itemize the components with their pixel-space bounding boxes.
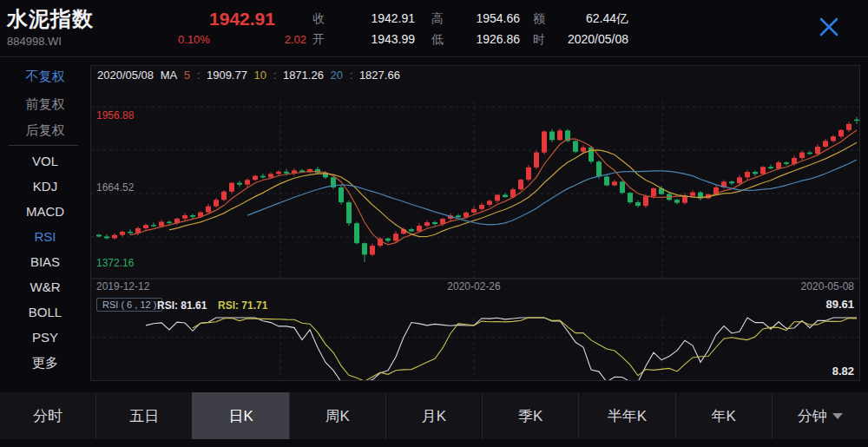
- tab-label: 周K: [326, 406, 350, 426]
- stats-high-low: 高1954.66 低1926.86: [431, 8, 520, 49]
- x-axis-date-center: 2020-02-26: [413, 280, 535, 293]
- change-percent: 0.10%: [178, 33, 210, 46]
- sidebar-item-bias[interactable]: BIAS: [0, 251, 90, 273]
- ma5-value: 1909.77: [207, 69, 247, 82]
- tab-label: 分时: [33, 406, 62, 426]
- x-axis-date-left: 2019-12-12: [96, 280, 149, 293]
- rsi-params-button[interactable]: RSI ( 6 , 12 ): [96, 298, 162, 312]
- rsi-scale-max: 89.61: [825, 298, 854, 311]
- period-tabbar: 分时 五日 日K 周K 月K 季K 半年K 年K 分钟: [0, 392, 868, 439]
- stat-value: 1942.91: [371, 8, 415, 29]
- sidebar-item-macd[interactable]: MACD: [0, 200, 90, 223]
- rsi6-value: RSI: 81.61: [157, 299, 207, 312]
- tab-yearly-k[interactable]: 年K: [675, 392, 772, 439]
- tab-half-year-k[interactable]: 半年K: [578, 392, 674, 439]
- ma10-period: 10: [254, 69, 266, 82]
- sidebar-item-rsi[interactable]: RSI: [0, 226, 90, 248]
- sidebar-item-no-adjust[interactable]: 不复权: [0, 65, 90, 88]
- sidebar-item-boll[interactable]: BOLL: [0, 301, 90, 324]
- tab-label: 日K: [228, 406, 253, 426]
- tab-minute-line[interactable]: 分时: [0, 392, 95, 439]
- tab-quarterly-k[interactable]: 季K: [482, 392, 578, 439]
- ma-sep: :: [350, 69, 353, 82]
- ma-sep: :: [273, 69, 277, 82]
- stat-label: 高: [431, 8, 444, 29]
- ma-legend: 2020/05/08 MA 5 : 1909.77 10 : 1871.26 2…: [97, 69, 404, 82]
- stats-amount-time: 额62.44亿 时2020/05/08: [533, 8, 628, 49]
- tab-label: 五日: [129, 406, 159, 426]
- header: 水泥指数 884998.WI 1942.91 0.10% 2.02 收1942.…: [0, 0, 868, 57]
- ma10-value: 1871.26: [283, 69, 324, 82]
- sidebar-item-back-adjust[interactable]: 后复权: [0, 119, 90, 141]
- sidebar-item-more[interactable]: 更多: [0, 352, 90, 374]
- close-icon[interactable]: [818, 16, 840, 38]
- sidebar-item-fwd-adjust[interactable]: 前复权: [0, 93, 90, 115]
- y-axis-label-low: 1372.16: [96, 257, 134, 269]
- tab-label: 月K: [422, 406, 446, 426]
- stock-app-window: 水泥指数 884998.WI 1942.91 0.10% 2.02 收1942.…: [0, 0, 868, 447]
- sidebar-item-psy[interactable]: PSY: [0, 326, 90, 349]
- stat-label: 收: [312, 8, 325, 29]
- y-axis-label-mid: 1664.52: [96, 181, 134, 194]
- stat-value: 1954.66: [476, 8, 520, 29]
- sidebar-item-vol[interactable]: VOL: [0, 150, 90, 173]
- tab-label: 季K: [518, 406, 542, 426]
- index-code: 884998.WI: [7, 35, 62, 48]
- stats-close-open: 收1942.91 开1943.99: [312, 8, 415, 49]
- stat-value: 1943.99: [371, 29, 415, 49]
- ma-sep: :: [197, 69, 201, 82]
- y-axis-label-high: 1956.88: [96, 109, 134, 122]
- tabbar-bottom-strip: [0, 439, 868, 447]
- ma5-period: 5: [184, 69, 190, 82]
- cursor-date: 2020/05/08: [97, 69, 154, 82]
- price-block: 1942.91 0.10% 2.02: [176, 9, 308, 46]
- sidebar-item-kdj[interactable]: KDJ: [0, 175, 90, 198]
- tab-weekly-k[interactable]: 周K: [289, 392, 385, 439]
- ma20-period: 20: [331, 69, 343, 82]
- stat-value: 1926.86: [476, 29, 520, 49]
- ma20-value: 1827.66: [359, 69, 400, 82]
- chevron-down-icon: [832, 413, 843, 419]
- chart-panel: 2020/05/08 MA 5 : 1909.77 10 : 1871.26 2…: [90, 65, 860, 381]
- tab-five-day[interactable]: 五日: [95, 392, 192, 439]
- indicator-sidebar: 不复权 前复权 后复权 VOL KDJ MACD RSI BIAS W&R BO…: [0, 58, 90, 389]
- stat-value: 2020/05/08: [568, 29, 628, 49]
- kline-chart-canvas[interactable]: [91, 66, 859, 380]
- rsi-scale-min: 8.82: [832, 365, 854, 378]
- x-axis-date-right: 2020-05-08: [801, 280, 854, 293]
- tab-minutes-dropdown[interactable]: 分钟: [772, 392, 868, 439]
- tab-daily-k[interactable]: 日K: [192, 392, 288, 439]
- sidebar-divider: [9, 145, 78, 146]
- stat-label: 时: [533, 29, 545, 49]
- stat-label: 额: [533, 8, 545, 29]
- index-title: 水泥指数: [7, 5, 94, 33]
- stat-label: 开: [312, 29, 325, 49]
- tab-label: 分钟: [798, 406, 827, 426]
- stat-value: 62.44亿: [586, 8, 628, 29]
- ma-label: MA: [161, 69, 178, 82]
- rsi12-value: RSI: 71.71: [218, 299, 267, 312]
- tab-label: 半年K: [608, 406, 647, 426]
- tab-label: 年K: [711, 406, 735, 426]
- stat-label: 低: [431, 29, 444, 49]
- change-value: 2.02: [285, 33, 306, 46]
- tab-monthly-k[interactable]: 月K: [385, 392, 482, 439]
- current-price: 1942.91: [176, 9, 308, 30]
- sidebar-item-wr[interactable]: W&R: [0, 276, 90, 299]
